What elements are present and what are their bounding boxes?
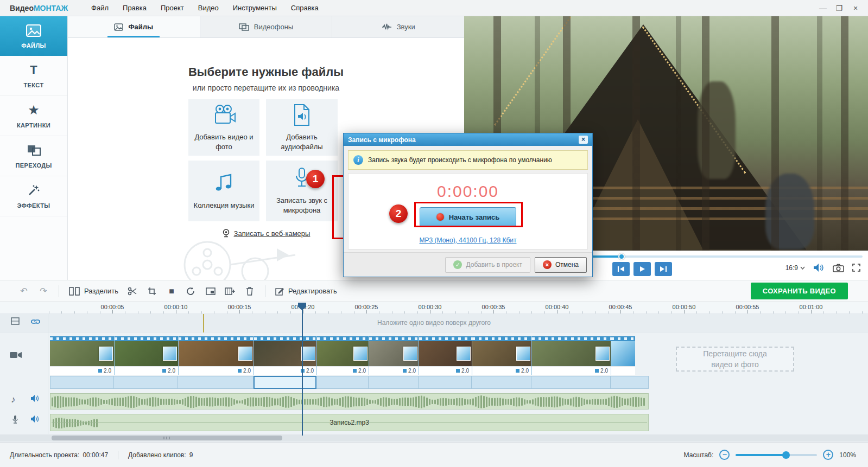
ruler-tick [493,310,494,314]
clip-segment[interactable] [50,376,114,389]
menu-tools[interactable]: Инструменты [226,1,284,15]
stop-square-icon[interactable]: ■ [162,284,181,299]
music-mute-icon[interactable] [30,394,40,402]
transition-chip-icon [353,369,357,373]
transition-thumb[interactable] [163,347,177,361]
ruler-tick [239,310,240,314]
transition-thumb[interactable] [238,347,252,361]
transition-thumb[interactable] [457,347,471,361]
play-button[interactable] [633,262,651,276]
next-frame-button[interactable] [655,262,672,276]
video-dropzone[interactable]: Перетащите сюда видео и фото [676,347,794,372]
tile-add-video[interactable]: Добавить видео и фото [188,99,259,156]
clip-segment[interactable] [114,376,178,389]
cancel-button[interactable]: × Отмена [535,257,587,273]
clip-segment[interactable] [178,376,254,389]
audio-format-link[interactable]: MP3 (Моно), 44100 Гц, 128 Кбит [349,236,587,244]
ruler-tick [303,310,303,314]
timeline-scrollbar[interactable] [0,434,868,442]
clip-segment[interactable] [369,376,419,389]
video-clip[interactable]: 2.0 [419,336,472,375]
video-clip[interactable]: 2.0 [254,336,316,375]
undo-icon[interactable]: ↶ [14,284,34,299]
sidebar-item-pictures[interactable]: ★КАРТИНКИ [0,96,67,136]
clip-segment[interactable] [254,376,316,389]
tile-music-collection[interactable]: Коллекция музыки [188,161,259,221]
video-clip[interactable]: 2.0 [316,336,369,375]
zoom-slider[interactable] [736,454,817,456]
video-clip[interactable]: 2.0 [531,336,611,375]
snapshot-camera-icon[interactable] [833,264,844,272]
transition-thumb[interactable] [595,347,610,361]
edit-button[interactable]: Редактировать [275,287,337,296]
video-clip[interactable]: 2.0 [114,336,178,375]
video-clips: 2.02.02.02.02.02.02.02.02.0 [50,336,635,375]
menu-file[interactable]: Файл [84,1,116,15]
clip-segment[interactable] [531,376,611,389]
sidebar-item-transitions[interactable]: ПЕРЕХОДЫ [0,136,67,176]
clip-segment[interactable] [472,376,531,389]
tab-sounds[interactable]: Звуки [332,16,464,37]
rotate-icon[interactable] [181,284,201,299]
zoom-in-button[interactable]: + [823,450,833,460]
sidebar-item-text[interactable]: TТЕКСТ [0,56,67,96]
video-clip[interactable]: 2.0 [178,336,254,375]
timeline-ruler[interactable]: 00:00:0500:00:1000:00:1500:00:2000:00:25… [0,302,868,314]
menu-help[interactable]: Справка [284,1,326,15]
picture-in-picture-icon[interactable] [201,284,220,299]
video-clip[interactable]: 2.0 [472,336,531,375]
transition-duration: 2.0 [358,368,366,374]
logo-suffix: МОНТАЖ [34,4,68,12]
link-icon[interactable] [30,318,41,325]
tab-backgrounds[interactable]: Видеофоны [200,16,333,37]
music-track-clip[interactable] [50,393,649,410]
sidebar-item-files[interactable]: ФАЙЛЫ [0,16,67,56]
menu-edit[interactable]: Правка [116,1,154,15]
maximize-button[interactable]: ❐ [831,2,847,14]
clip-segment[interactable] [611,376,649,389]
redo-icon[interactable]: ↷ [34,284,53,299]
clip-segment[interactable] [316,376,369,389]
previous-frame-button[interactable] [612,262,630,276]
tab-files[interactable]: Файлы [68,16,200,37]
video-clip[interactable]: 2.0 [50,336,114,375]
tile-add-audio[interactable]: Добавить аудиофайлы [266,99,338,156]
zoom-slider-handle[interactable] [782,451,790,459]
dialog-titlebar[interactable]: Запись с микрофона × [344,133,592,146]
minimize-button[interactable]: — [815,2,831,14]
crop-icon[interactable] [142,284,162,299]
split-button[interactable]: Разделить [69,287,118,296]
add-to-project-button[interactable]: ✓ Добавить в проект [445,257,530,273]
fullscreen-icon[interactable] [852,264,860,272]
transition-thumb[interactable] [516,347,530,361]
clip-thumbnail [115,341,178,366]
volume-icon[interactable] [813,263,825,272]
aspect-ratio-select[interactable]: 16:9 [785,264,805,272]
pictures-icon: ★ [28,103,40,117]
seek-handle[interactable] [618,253,625,260]
ruler-tick [112,310,113,314]
transition-thumb[interactable] [353,347,368,361]
zoom-out-button[interactable]: − [719,450,730,460]
video-clip-endcap[interactable] [611,336,635,375]
close-button[interactable]: × [847,2,864,14]
scrollbar-thumb[interactable] [52,436,282,440]
clip-segment[interactable] [419,376,472,389]
tile-record-mic[interactable]: Записать звук с микрофона [266,161,338,221]
menu-video[interactable]: Видео [191,1,226,15]
menu-project[interactable]: Проект [154,1,191,15]
voice-track-clip[interactable]: Запись2.mp3 [50,414,649,431]
sidebar-item-effects[interactable]: ЭФФЕКТЫ [0,176,67,216]
voice-mute-icon[interactable] [30,415,40,423]
add-clip-icon[interactable] [220,284,240,299]
transition-thumb[interactable] [403,347,417,361]
video-clip[interactable]: 2.0 [369,336,419,375]
transition-thumb[interactable] [301,347,315,361]
film-strip [115,336,178,341]
dialog-close-icon[interactable]: × [579,136,588,144]
trash-icon[interactable] [240,284,259,299]
overlay-track[interactable]: Наложите одно видео поверх другого [0,314,868,332]
save-video-button[interactable]: СОХРАНИТЬ ВИДЕО [751,283,848,299]
scissors-icon[interactable] [123,284,142,299]
transition-thumb[interactable] [99,347,113,361]
